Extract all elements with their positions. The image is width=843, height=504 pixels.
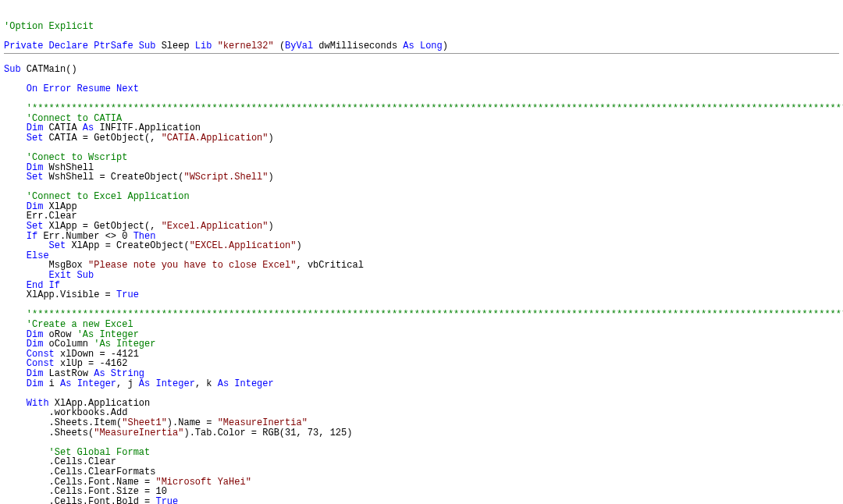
- code-token: dwMilliseconds: [313, 41, 403, 51]
- code-token: PtrSafe: [94, 41, 139, 51]
- code-token: "WScript.Shell": [183, 172, 268, 183]
- code-token: As Integer: [139, 378, 195, 389]
- code-token: CATMain(): [21, 64, 77, 75]
- code-token: Lib: [195, 41, 212, 51]
- code-token: [4, 83, 27, 94]
- code-token: ): [296, 240, 301, 251]
- code-token: As Integer: [60, 378, 116, 389]
- code-token: [4, 378, 27, 389]
- code-token: Sub: [139, 41, 156, 51]
- code-token: As Integer: [218, 378, 274, 389]
- code-token: "CATIA.Application": [162, 133, 269, 144]
- code-token: 'Option Explicit: [4, 21, 94, 32]
- code-token: '***************************************…: [27, 309, 843, 320]
- code-token: ).Tab.Color = RGB(31, 73, 125): [183, 428, 352, 438]
- code-token: Sub: [4, 64, 21, 75]
- code-token: , k: [195, 378, 218, 389]
- code-token: .Cells.Font.Bold =: [4, 496, 155, 504]
- code-view: 'Option Explicit Private Declare PtrSafe…: [4, 22, 839, 504]
- code-token: [4, 133, 27, 144]
- code-token: ): [443, 41, 448, 51]
- code-token: "Excel.Application": [162, 221, 269, 232]
- code-token: [212, 41, 217, 51]
- code-token: Sleep: [155, 41, 194, 51]
- code-token: i: [43, 378, 60, 389]
- code-token: "MeasureInertia": [94, 428, 183, 438]
- code-token: On Error Resume Next: [27, 83, 139, 94]
- code-token: ): [268, 133, 273, 144]
- code-token: WshShell = CreateObject(: [43, 172, 183, 183]
- code-token: [4, 172, 27, 183]
- code-token: ): [268, 221, 273, 232]
- code-token: XlApp = CreateObject(: [66, 240, 189, 251]
- code-token: CATIA = GetObject(,: [43, 133, 161, 144]
- code-token: , j: [116, 378, 139, 389]
- code-token: Dim: [27, 378, 44, 389]
- code-token: Set: [49, 240, 66, 251]
- code-token: ): [268, 172, 273, 183]
- code-token: "Please note you have to close Excel": [88, 260, 296, 271]
- code-token: "kernel32": [218, 41, 274, 51]
- code-token: "Microsoft YaHei": [155, 477, 251, 488]
- code-token: (: [274, 41, 285, 51]
- code-token: , vbCritical: [296, 260, 363, 271]
- code-token: Private Declare: [4, 41, 94, 51]
- code-token: True: [116, 289, 139, 300]
- code-token: True: [155, 496, 178, 504]
- code-token: As Long: [403, 41, 442, 51]
- code-token: XlApp.Visible =: [4, 289, 116, 300]
- code-token: ByVal: [285, 41, 313, 51]
- code-token: "EXCEL.Application": [190, 240, 297, 251]
- code-token: '***************************************…: [27, 103, 843, 114]
- code-token: Set: [27, 172, 44, 183]
- code-token: Set: [27, 133, 44, 144]
- separator-line: [4, 53, 839, 54]
- code-token: .Sheets(: [4, 428, 94, 438]
